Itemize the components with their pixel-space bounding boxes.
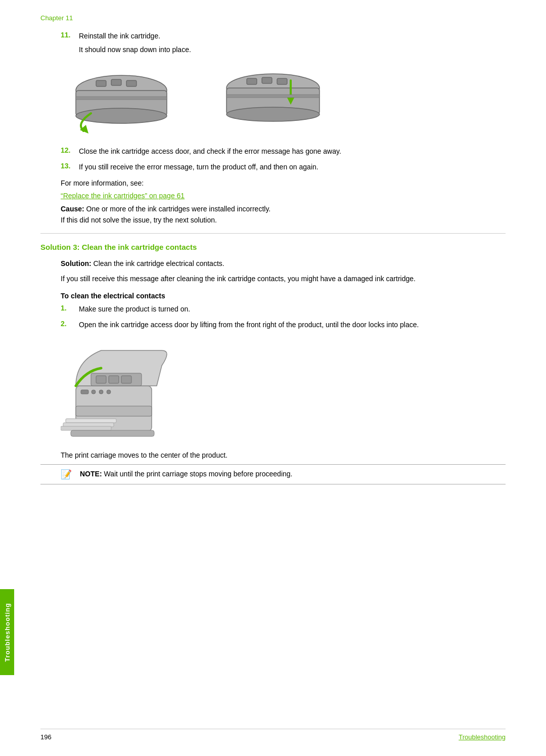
section-divider [40, 233, 506, 234]
printer-image-block [40, 340, 506, 443]
svg-rect-27 [96, 376, 106, 383]
step-13-text: If you still receive the error message, … [79, 162, 318, 172]
solution-label: Solution: [61, 259, 92, 268]
sidebar-tab-label: Troubleshooting [4, 603, 11, 662]
cause-description: One or more of the ink cartridges were i… [84, 205, 271, 213]
solution-text: Clean the ink cartridge electrical conta… [92, 259, 224, 268]
step-12-block: 12. Close the ink cartridge access door,… [40, 146, 506, 157]
cartridge-images-row [61, 65, 506, 136]
solution3-step2-line: 2. Open the ink cartridge access door by… [61, 320, 506, 330]
svg-rect-15 [226, 95, 320, 98]
cause-label: Cause: [61, 205, 84, 213]
svg-rect-24 [61, 426, 111, 430]
svg-rect-13 [277, 78, 287, 84]
note-content: Wait until the print carriage stops movi… [102, 470, 293, 478]
chapter-header: Chapter 11 [40, 14, 506, 22]
step-11-subtext: It should now snap down into place. [61, 45, 506, 55]
svg-rect-7 [76, 97, 167, 100]
svg-point-21 [107, 390, 111, 394]
cartridge-image-right [212, 65, 334, 136]
svg-point-2 [76, 108, 167, 123]
svg-rect-22 [66, 419, 116, 423]
solution3-step2-text: Open the ink cartridge access door by li… [79, 320, 419, 330]
svg-rect-5 [126, 80, 136, 86]
step-11-text: Reinstall the ink cartridge. [79, 31, 160, 41]
solution3-step2-num: 2. [61, 320, 79, 330]
step-13-num: 13. [61, 162, 79, 172]
svg-rect-4 [111, 79, 121, 85]
svg-rect-25 [71, 430, 154, 436]
step-11-block: 11. Reinstall the ink cartridge. It shou… [40, 31, 506, 55]
cause-text: Cause: One or more of the ink cartridges… [40, 205, 506, 213]
svg-rect-28 [109, 376, 119, 383]
solution-label-line: Solution: Clean the ink cartridge electr… [40, 258, 506, 269]
not-solve-text: If this did not solve the issue, try the… [40, 216, 506, 224]
svg-rect-12 [262, 77, 272, 83]
solution-description: If you still receive this message after … [40, 273, 506, 284]
step-11-num: 11. [61, 31, 79, 41]
solution-3-heading: Solution 3: Clean the ink cartridge cont… [40, 243, 506, 251]
step-12-text: Close the ink cartridge access door, and… [79, 146, 341, 157]
note-box: 📝 NOTE: Wait until the print carriage st… [40, 464, 506, 484]
footer-link[interactable]: Troubleshooting [459, 733, 506, 741]
step-12-num: 12. [61, 146, 79, 157]
svg-rect-11 [247, 78, 257, 84]
svg-point-10 [226, 107, 320, 121]
svg-point-20 [99, 390, 103, 394]
solution3-step2-block: 2. Open the ink cartridge access door by… [40, 320, 506, 330]
info-text: For more information, see: [40, 177, 506, 189]
note-icon: 📝 [61, 469, 75, 480]
cartridge-image-left [61, 65, 182, 136]
print-carriage-text: The print carriage moves to the center o… [40, 451, 506, 459]
solution3-step1-text: Make sure the product is turned on. [79, 304, 190, 315]
note-label: NOTE: [80, 470, 102, 478]
sidebar-tab: Troubleshooting [0, 589, 14, 675]
svg-point-19 [92, 390, 96, 394]
step-13-line: 13. If you still receive the error messa… [61, 162, 506, 172]
solution3-step1-line: 1. Make sure the product is turned on. [61, 304, 506, 315]
solution3-step1-block: 1. Make sure the product is turned on. [40, 304, 506, 315]
step-11-line: 11. Reinstall the ink cartridge. [61, 31, 506, 41]
step-13-block: 13. If you still receive the error messa… [40, 162, 506, 172]
sub-heading-electrical: To clean the electrical contacts [40, 292, 506, 300]
page-footer: 196 Troubleshooting [40, 729, 506, 741]
solution3-step1-num: 1. [61, 304, 79, 315]
step-12-line: 12. Close the ink cartridge access door,… [61, 146, 506, 157]
page-number: 196 [40, 733, 52, 741]
svg-rect-17 [76, 406, 152, 416]
page-container: Chapter 11 11. Reinstall the ink cartrid… [0, 0, 546, 756]
svg-rect-3 [96, 80, 106, 86]
note-text: NOTE: Wait until the print carriage stop… [80, 469, 292, 479]
printer-image [61, 340, 172, 441]
svg-rect-29 [121, 376, 131, 383]
svg-rect-18 [81, 390, 88, 394]
replace-cartridges-link[interactable]: “Replace the ink cartridges” on page 61 [40, 192, 506, 200]
solution-3-block: Solution 3: Clean the ink cartridge cont… [40, 243, 506, 484]
